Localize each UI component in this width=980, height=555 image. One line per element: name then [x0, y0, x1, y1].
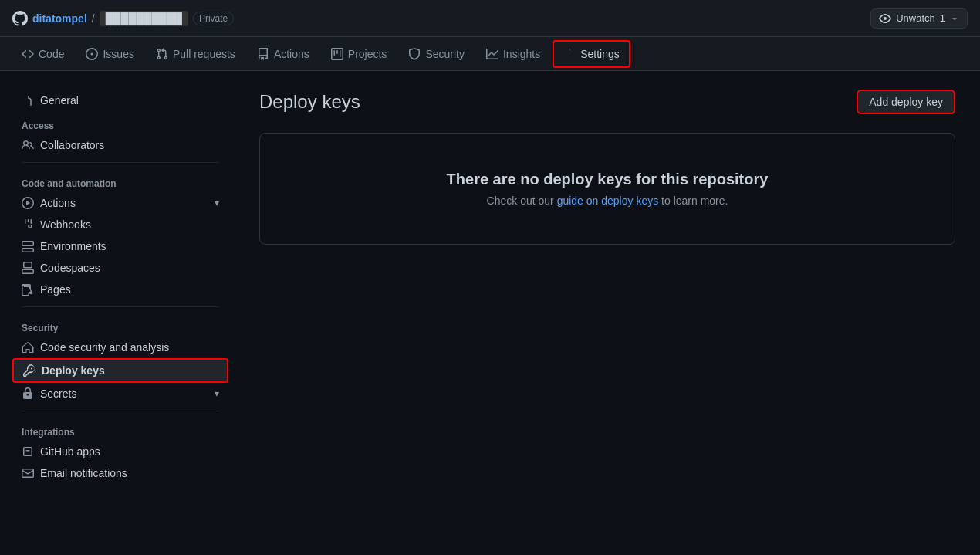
mail-icon: [22, 467, 34, 479]
main-layout: General Access Collaborators Code and au…: [0, 71, 980, 503]
sidebar-general-label: General: [40, 94, 79, 107]
sidebar-item-deploy-keys[interactable]: Deploy keys: [12, 358, 228, 383]
codespaces-icon: [22, 262, 34, 274]
lock-icon: [22, 387, 34, 400]
sidebar-security-section: Security: [12, 313, 228, 337]
sidebar-item-actions[interactable]: Actions ▾: [12, 192, 228, 214]
sidebar-item-secrets[interactable]: Secrets ▾: [12, 383, 228, 404]
nav-tabs: Code Issues Pull requests Actions Projec…: [0, 37, 980, 71]
sidebar-divider-3: [22, 411, 219, 411]
tab-issues[interactable]: Issues: [76, 42, 143, 66]
tab-projects-label: Projects: [348, 48, 387, 60]
sidebar-pages-label: Pages: [40, 283, 71, 296]
tab-insights-label: Insights: [503, 48, 540, 60]
graph-icon: [486, 48, 498, 60]
sidebar-item-email-notifications[interactable]: Email notifications: [12, 462, 228, 484]
apps-icon: [22, 445, 34, 458]
repo-owner[interactable]: ditatompel: [32, 12, 87, 25]
sidebar-collaborators-label: Collaborators: [40, 139, 104, 151]
sidebar-item-collaborators[interactable]: Collaborators: [12, 134, 228, 156]
watch-count: 1: [940, 12, 945, 24]
sidebar-codespaces-label: Codespaces: [40, 262, 100, 274]
tab-settings-label: Settings: [580, 48, 620, 60]
actions-chevron-icon: ▾: [215, 198, 219, 208]
repo-name[interactable]: ██████████: [100, 11, 188, 26]
content-header: Deploy keys Add deploy key: [259, 90, 955, 114]
actions-nav-icon: [257, 48, 269, 60]
sliders-icon: [22, 94, 34, 107]
tab-security-label: Security: [425, 48, 465, 60]
empty-state-description: Check out our guide on deploy keys to le…: [279, 195, 936, 207]
eye-icon: [879, 12, 891, 25]
projects-icon: [331, 48, 343, 60]
chevron-down-icon: [950, 14, 959, 23]
sidebar-divider-2: [22, 306, 219, 307]
sidebar-github-apps-label: GitHub apps: [40, 445, 100, 458]
sidebar-code-security-label: Code security and analysis: [40, 341, 169, 354]
sidebar-item-environments[interactable]: Environments: [12, 235, 228, 257]
code-icon: [22, 48, 34, 60]
tab-insights[interactable]: Insights: [477, 42, 549, 66]
sidebar-webhooks-label: Webhooks: [40, 218, 91, 231]
pull-request-icon: [156, 48, 168, 60]
separator: /: [92, 12, 95, 25]
gear-icon: [563, 48, 576, 60]
people-icon: [22, 139, 34, 151]
sidebar-email-notifications-label: Email notifications: [40, 467, 127, 479]
sidebar-item-code-security[interactable]: Code security and analysis: [12, 337, 228, 358]
tab-settings[interactable]: Settings: [553, 40, 630, 68]
sidebar-item-github-apps[interactable]: GitHub apps: [12, 441, 228, 462]
sidebar-divider-1: [22, 162, 219, 163]
github-logo-icon: [12, 11, 28, 26]
add-deploy-key-button[interactable]: Add deploy key: [857, 90, 955, 114]
sidebar-actions-label: Actions: [40, 197, 76, 209]
topbar: ditatompel / ██████████ Private Unwatch …: [0, 0, 980, 37]
sidebar-code-automation-section: Code and automation: [12, 169, 228, 192]
tab-pull-requests[interactable]: Pull requests: [147, 42, 245, 66]
page-title: Deploy keys: [259, 91, 360, 113]
tab-pullrequests-label: Pull requests: [173, 48, 235, 60]
tab-actions-label: Actions: [274, 48, 309, 60]
secrets-chevron-icon: ▾: [215, 388, 219, 399]
file-icon: [22, 283, 34, 296]
unwatch-label: Unwatch: [896, 12, 935, 24]
topbar-left: ditatompel / ██████████ Private: [12, 11, 234, 26]
sidebar-access-section: Access: [12, 111, 228, 134]
empty-desc-prefix: Check out our: [487, 195, 557, 207]
sidebar-item-general[interactable]: General: [12, 90, 228, 111]
sidebar-integrations-section: Integrations: [12, 418, 228, 441]
sidebar-item-codespaces[interactable]: Codespaces: [12, 257, 228, 279]
empty-desc-suffix: to learn more.: [658, 195, 728, 207]
tab-actions[interactable]: Actions: [248, 42, 319, 66]
key-icon: [23, 364, 35, 377]
empty-state: There are no deploy keys for this reposi…: [259, 133, 955, 245]
sidebar-environments-label: Environments: [40, 240, 106, 252]
codescan-icon: [22, 341, 34, 354]
tab-code[interactable]: Code: [12, 42, 73, 66]
play-circle-icon: [22, 197, 34, 209]
webhook-icon: [22, 218, 34, 231]
topbar-right: Unwatch 1: [870, 8, 968, 29]
unwatch-button[interactable]: Unwatch 1: [870, 8, 968, 29]
empty-state-title: There are no deploy keys for this reposi…: [279, 171, 936, 188]
private-badge: Private: [193, 12, 234, 25]
content-area: Deploy keys Add deploy key There are no …: [247, 90, 968, 484]
sidebar-item-pages[interactable]: Pages: [12, 279, 228, 300]
tab-code-label: Code: [39, 48, 64, 60]
tab-security[interactable]: Security: [399, 42, 474, 66]
issue-icon: [86, 48, 98, 60]
sidebar-item-webhooks[interactable]: Webhooks: [12, 214, 228, 235]
tab-issues-label: Issues: [103, 48, 133, 60]
shield-icon: [408, 48, 421, 60]
deploy-keys-guide-link[interactable]: guide on deploy keys: [557, 195, 659, 207]
server-icon: [22, 240, 34, 252]
sidebar-deploy-keys-label: Deploy keys: [42, 364, 105, 377]
sidebar-secrets-label: Secrets: [40, 387, 76, 400]
sidebar: General Access Collaborators Code and au…: [12, 90, 228, 484]
tab-projects[interactable]: Projects: [322, 42, 397, 66]
